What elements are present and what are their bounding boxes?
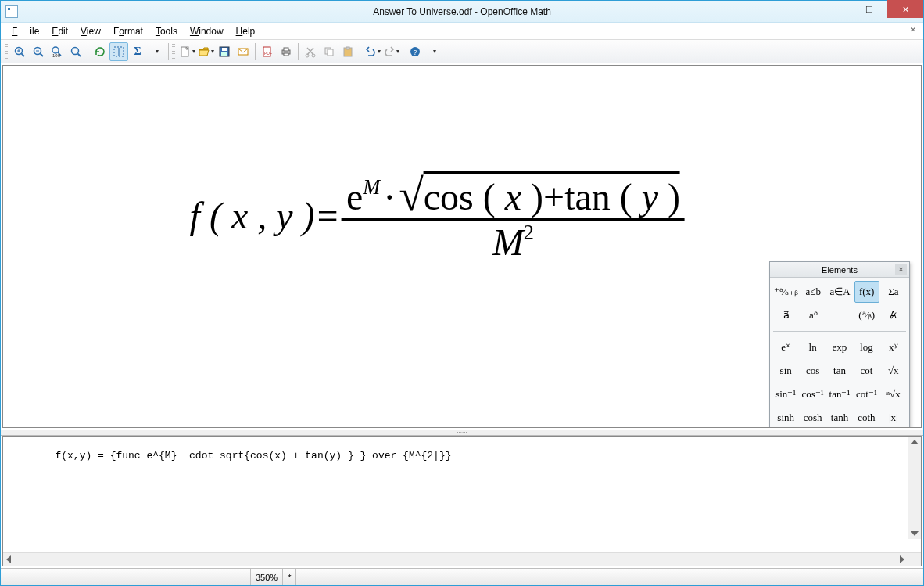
minimize-button[interactable]	[815, 2, 851, 18]
cat-unary-binary[interactable]: ⁺ᵃ⁄ₐ₊ᵦ	[773, 281, 799, 303]
maximize-button[interactable]	[851, 2, 887, 18]
toolbar-sep-1	[88, 43, 88, 60]
num-e: e	[346, 175, 363, 218]
undo-button[interactable]	[363, 42, 381, 61]
window-controls	[815, 2, 923, 21]
cat-relations[interactable]: a≤b	[800, 281, 826, 303]
toolbar-grip-2[interactable]	[172, 44, 175, 59]
menu-format[interactable]: Format	[107, 24, 149, 38]
func-exp[interactable]: exp	[827, 336, 852, 358]
svg-rect-22	[284, 48, 288, 51]
svg-point-10	[72, 47, 79, 54]
func-nroot[interactable]: ⁿ√x	[881, 383, 906, 405]
close-button[interactable]	[887, 0, 923, 18]
cat-functions[interactable]: f(x)	[854, 281, 879, 303]
formula-view[interactable]: f ( x , y )= eM · √cos ( x )+tan ( y ) M…	[2, 65, 922, 428]
menu-tools[interactable]: Tools	[149, 24, 184, 38]
help-button[interactable]: ?	[406, 42, 424, 61]
statusbar: 350% *	[1, 568, 923, 585]
sqrt-icon: √	[399, 170, 424, 221]
window-title: Answer To Universe.odf - OpenOffice Math	[1, 6, 923, 17]
svg-line-11	[78, 53, 81, 56]
sigma-button[interactable]: Σ	[128, 42, 147, 61]
open-button[interactable]	[196, 42, 215, 61]
menubar: File Edit View Format Tools Window Help …	[1, 23, 923, 40]
pane-splitter[interactable]: ······	[1, 430, 923, 436]
redo-button[interactable]	[381, 42, 400, 61]
func-tanh[interactable]: tanh	[827, 407, 852, 428]
toolbar-overflow-2[interactable]	[424, 42, 443, 61]
func-acot[interactable]: cot⁻¹	[854, 383, 879, 405]
num-exp-M: M	[363, 175, 380, 200]
func-coth[interactable]: coth	[854, 407, 879, 428]
new-doc-button[interactable]	[177, 42, 196, 61]
status-spacer	[1, 569, 251, 585]
rendered-formula: f ( x , y )= eM · √cos ( x )+tan ( y ) M…	[190, 167, 685, 264]
svg-line-1	[22, 53, 25, 56]
command-input[interactable]: f(x,y) = {func e^{M} cdot sqrt{cos(x) + …	[3, 437, 921, 552]
formula-cursor-button[interactable]	[109, 42, 128, 61]
cdot-icon: ·	[380, 175, 399, 218]
elements-title-text: Elements	[822, 265, 858, 275]
func-atan[interactable]: tan⁻¹	[827, 383, 852, 405]
func-ln[interactable]: ln	[800, 336, 825, 358]
svg-rect-23	[284, 53, 288, 56]
menu-view[interactable]: View	[74, 24, 107, 38]
zoom-100-button[interactable]: 100	[48, 42, 66, 61]
cat-brackets[interactable]: (ᵃ⁄ᵦ)	[854, 304, 879, 326]
command-pane: f(x,y) = {func e^{M} cdot sqrt{cos(x) + …	[2, 436, 922, 566]
svg-rect-17	[221, 52, 227, 56]
app-icon	[5, 5, 18, 18]
func-acos[interactable]: cos⁻¹	[800, 383, 825, 405]
func-abs[interactable]: |x|	[881, 407, 906, 428]
cat-operators[interactable]: Σa	[881, 281, 906, 303]
copy-button[interactable]	[320, 42, 338, 61]
refresh-button[interactable]	[91, 42, 109, 61]
func-sqrt[interactable]: √x	[881, 360, 906, 382]
elements-separator	[773, 331, 906, 332]
print-button[interactable]	[277, 42, 295, 61]
toolbar-grip-1[interactable]	[5, 44, 8, 59]
func-log[interactable]: log	[854, 336, 879, 358]
func-sin[interactable]: sin	[773, 360, 798, 382]
func-cot[interactable]: cot	[854, 360, 879, 382]
menu-help[interactable]: Help	[230, 24, 262, 38]
command-scroll-vertical[interactable]	[908, 437, 921, 539]
menubar-close-icon[interactable]: ×	[908, 25, 919, 36]
toolbar-sep-4	[298, 43, 299, 60]
cat-set-ops[interactable]: a∈A	[827, 281, 852, 303]
paste-button[interactable]	[338, 42, 357, 61]
func-tan[interactable]: tan	[827, 360, 852, 382]
func-sinh[interactable]: sinh	[773, 407, 798, 428]
save-button[interactable]	[215, 42, 234, 61]
menu-file[interactable]: File	[5, 24, 45, 38]
svg-point-7	[52, 47, 59, 53]
svg-text:100: 100	[52, 53, 61, 58]
zoom-out-button[interactable]	[29, 42, 48, 61]
toolbar-sep-6	[403, 43, 403, 60]
elements-panel[interactable]: Elements × ⁺ᵃ⁄ₐ₊ᵦ a≤b a∈A f(x) Σa a⃗ aᵟ …	[769, 261, 910, 428]
elements-titlebar[interactable]: Elements ×	[770, 262, 909, 278]
elements-close-icon[interactable]: ×	[895, 264, 907, 275]
func-cos[interactable]: cos	[800, 360, 825, 382]
status-zoom[interactable]: 350%	[251, 569, 283, 585]
export-pdf-button[interactable]: PDF	[258, 42, 277, 61]
command-scroll-horizontal[interactable]	[3, 552, 921, 566]
func-cosh[interactable]: cosh	[800, 407, 825, 428]
den-exp-2: 2	[524, 221, 534, 245]
cat-others[interactable]: aᵟ	[800, 304, 826, 326]
cut-button[interactable]	[301, 42, 320, 61]
zoom-page-button[interactable]	[66, 42, 85, 61]
func-exp-e[interactable]: eˣ	[773, 336, 798, 358]
email-button[interactable]	[234, 42, 252, 61]
menu-edit[interactable]: Edit	[45, 24, 74, 38]
zoom-in-button[interactable]	[10, 42, 29, 61]
func-asin[interactable]: sin⁻¹	[773, 383, 798, 405]
cat-formats[interactable]: A̷	[881, 304, 906, 326]
cat-attributes[interactable]: a⃗	[773, 304, 799, 326]
cat-empty	[827, 304, 852, 326]
func-power[interactable]: xʸ	[881, 336, 906, 358]
den-M: M	[492, 221, 524, 264]
toolbar-overflow-1[interactable]	[147, 42, 166, 61]
menu-window[interactable]: Window	[184, 24, 230, 38]
